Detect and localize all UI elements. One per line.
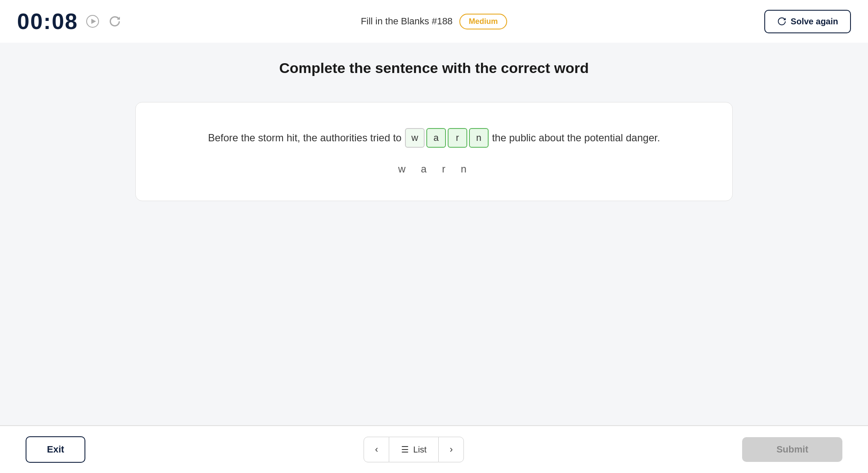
page-heading: Complete the sentence with the correct w… <box>279 60 588 76</box>
submit-button[interactable]: Submit <box>742 437 842 462</box>
list-icon: ☰ <box>401 444 409 455</box>
main-content: Complete the sentence with the correct w… <box>0 43 868 425</box>
list-label: List <box>413 445 426 455</box>
answer-letter-a: a <box>421 163 430 175</box>
sentence-after: the public about the potential danger. <box>492 132 660 144</box>
nav-controls: ‹ ☰ List › <box>364 437 464 462</box>
sentence-line: Before the storm hit, the authorities tr… <box>208 128 660 148</box>
timer-section: 00:08 <box>17 9 122 34</box>
solve-again-label: Solve again <box>791 17 838 26</box>
solve-again-button[interactable]: Solve again <box>764 10 851 33</box>
answer-letter-n: n <box>461 163 470 175</box>
answer-letter-w: w <box>398 163 409 175</box>
answer-letter-r: r <box>442 163 449 175</box>
letter-box-n[interactable]: n <box>469 128 489 148</box>
timer-display: 00:08 <box>17 9 78 34</box>
sentence-before: Before the storm hit, the authorities tr… <box>208 132 402 144</box>
letter-box-r[interactable]: r <box>448 128 467 148</box>
nav-prev-button[interactable]: ‹ <box>364 437 389 462</box>
timer-reset-button[interactable] <box>107 14 122 29</box>
letter-box-a[interactable]: a <box>426 128 446 148</box>
nav-next-button[interactable]: › <box>438 437 464 462</box>
header: 00:08 Fill in the Blanks #188 Medium Sol… <box>0 0 868 43</box>
refresh-icon <box>777 17 786 26</box>
letter-box-w[interactable]: w <box>405 128 425 148</box>
svg-marker-1 <box>91 19 96 24</box>
footer: Exit ‹ ☰ List › Submit <box>0 425 868 473</box>
puzzle-title: Fill in the Blanks #188 <box>361 16 452 27</box>
letter-boxes: w a r n <box>405 128 489 148</box>
exit-button[interactable]: Exit <box>26 436 85 463</box>
difficulty-badge: Medium <box>460 14 507 29</box>
timer-play-button[interactable] <box>85 14 100 29</box>
answer-display: w a r n <box>398 163 470 175</box>
list-button[interactable]: ☰ List <box>389 437 438 462</box>
center-info: Fill in the Blanks #188 Medium <box>361 14 507 29</box>
sentence-card: Before the storm hit, the authorities tr… <box>135 102 733 201</box>
